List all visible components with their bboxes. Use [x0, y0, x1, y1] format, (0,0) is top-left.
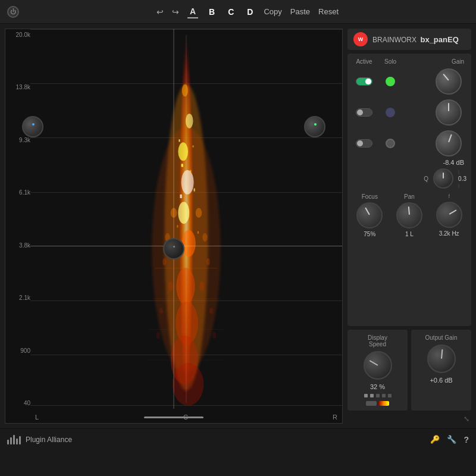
freq-900: 900 [8, 347, 30, 354]
eq-display[interactable]: 20.0k 13.8k 9.3k 6.1k 3.8k 2.1k 900 40 [5, 29, 343, 424]
swatch-gray[interactable] [366, 401, 377, 406]
svg-point-18 [156, 331, 160, 339]
pan-knob[interactable] [396, 202, 422, 228]
redo-button[interactable]: ↪ [172, 7, 179, 17]
plugin-alliance-logo: Plugin Alliance [7, 435, 72, 444]
bands-header: Active Solo Gain [352, 58, 466, 65]
main-area: 20.0k 13.8k 9.3k 6.1k 3.8k 2.1k 900 40 [0, 24, 476, 428]
svg-rect-28 [190, 170, 191, 173]
band1-gain-knob[interactable] [436, 68, 462, 95]
svg-rect-27 [181, 164, 183, 167]
band2-gain-knob[interactable] [436, 99, 462, 126]
band2-solo-button[interactable] [386, 108, 395, 117]
q-label: Q [424, 176, 428, 182]
display-speed-box: DisplaySpeed 32 % [347, 330, 408, 411]
freq-indicator [449, 209, 456, 215]
col-gain: Gain [431, 58, 466, 65]
resize-area: ⤡ [347, 414, 471, 424]
band1-active-toggle[interactable] [356, 77, 372, 86]
power-button[interactable]: ⏻ [7, 6, 19, 18]
resize-handle[interactable]: ⤡ [462, 414, 471, 424]
bottom-right-icons: 🔑 🔧 ? [430, 435, 469, 444]
center-line [174, 29, 174, 409]
output-gain-value: +0.6 dB [430, 377, 452, 384]
pan-value: 1 L [405, 231, 414, 237]
pa-bar-1 [7, 440, 9, 444]
top-controls: ↩ ↪ A B C D Copy Paste Reset [156, 5, 339, 18]
copy-button[interactable]: Copy [264, 7, 281, 16]
focus-knob[interactable] [356, 202, 383, 228]
band3-solo-button[interactable] [386, 139, 395, 148]
brand-info: BRAINWORX bx_panEQ [372, 34, 459, 45]
band1-gain-indicator [443, 74, 449, 81]
svg-point-12 [173, 363, 203, 406]
focus-control: Focus 75% [352, 193, 387, 237]
display-speed-indicator [369, 360, 378, 366]
preset-b-button[interactable]: B [206, 6, 217, 18]
brand-header: W BRAINWORX bx_panEQ [347, 29, 471, 50]
svg-rect-26 [192, 146, 193, 148]
speed-bar-5 [388, 394, 392, 397]
preset-c-button[interactable]: C [226, 6, 236, 18]
gain-value-display: -8.4 dB [352, 159, 466, 166]
reset-button[interactable]: Reset [318, 7, 339, 16]
freq-3k: 3.8k [8, 242, 30, 249]
speed-bar-2 [370, 394, 374, 397]
output-gain-knob[interactable] [427, 345, 456, 373]
swatch-fire[interactable] [378, 401, 389, 406]
svg-point-8 [182, 230, 196, 257]
pa-bar-3 [13, 435, 15, 444]
help-icon[interactable]: ? [464, 435, 469, 444]
svg-point-17 [159, 308, 163, 314]
pan-label-l: L [35, 414, 39, 421]
freq-control: f 3.2k Hz [431, 193, 466, 237]
plugin-name: bx_panEQ [420, 35, 458, 44]
undo-button[interactable]: ↩ [156, 7, 164, 17]
svg-point-19 [196, 208, 202, 217]
svg-rect-32 [198, 231, 199, 234]
focus-label: Focus [362, 193, 378, 200]
spectrum-display [30, 29, 342, 409]
speed-bar-3 [376, 394, 380, 397]
svg-point-20 [202, 233, 207, 242]
band3-gain-knob[interactable] [436, 130, 462, 156]
output-gain-box: Output Gain +0.6 dB [411, 330, 471, 411]
display-speed-knob[interactable] [364, 351, 392, 380]
freq-value: 3.2k Hz [439, 230, 459, 237]
svg-point-5 [182, 84, 188, 97]
col-empty [405, 58, 428, 65]
band2-active-toggle[interactable] [356, 108, 372, 117]
freq-40: 40 [8, 400, 30, 406]
horizontal-crosshair [30, 246, 342, 246]
paste-button[interactable]: Paste [290, 7, 310, 16]
focus-indicator [365, 207, 370, 215]
preset-a-button[interactable]: A [187, 5, 198, 18]
q-knob[interactable] [433, 168, 453, 189]
freq-13k: 13.8k [8, 84, 30, 90]
top-bar: ⏻ ↩ ↪ A B C D Copy Paste Reset [0, 0, 476, 24]
eq-knob-left-indicator [32, 123, 35, 126]
settings-icon[interactable]: 🔧 [447, 435, 456, 444]
freq-knob[interactable] [436, 202, 462, 228]
pan-selector[interactable] [144, 416, 203, 418]
brand-logo: W [353, 32, 368, 46]
fpf-row: Focus 75% Pan 1 L f [352, 193, 466, 237]
key-icon[interactable]: 🔑 [430, 435, 440, 444]
pa-bar-5 [19, 436, 21, 444]
svg-point-24 [212, 331, 216, 339]
svg-point-4 [186, 114, 193, 129]
display-speed-value: 32 % [370, 383, 385, 390]
eq-knob-right[interactable] [304, 116, 325, 137]
q-section: Q | 0.3 | [352, 168, 466, 189]
pan-label: Pan [404, 193, 415, 200]
pan-label-r: R [333, 414, 337, 421]
band1-solo-button[interactable] [386, 77, 395, 86]
q-value: 0.3 [458, 176, 466, 182]
bottom-bar: Plugin Alliance 🔑 🔧 ? [0, 428, 476, 450]
band3-active-toggle[interactable] [356, 139, 372, 148]
preset-d-button[interactable]: D [245, 6, 255, 18]
speed-indicators [364, 394, 392, 397]
band-row-1 [352, 68, 466, 95]
eq-knob-center[interactable] [163, 238, 184, 259]
color-swatches [366, 401, 389, 406]
